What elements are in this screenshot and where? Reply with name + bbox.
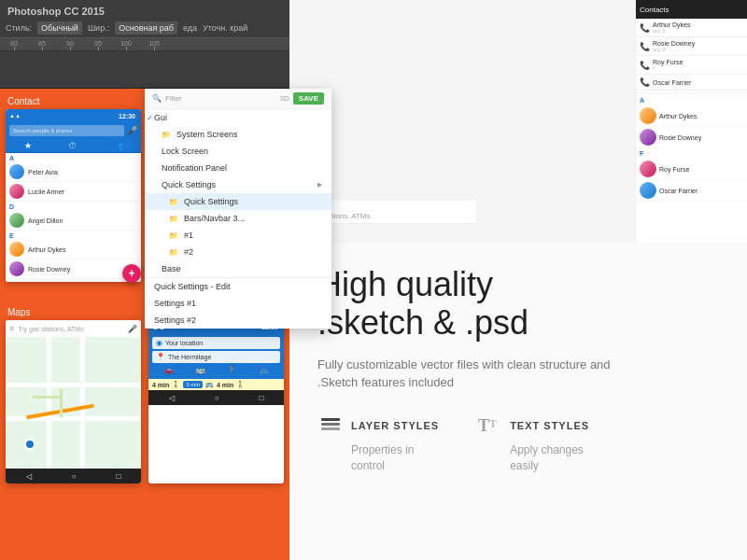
ruler-mark-90: 90 <box>56 38 84 50</box>
save-button[interactable]: SAVE <box>293 92 324 105</box>
route-time-bar: 4 min 🚶 3 min 🚌 4 min 🚶 <box>148 379 284 390</box>
folder-icon-5: 📁 <box>169 248 178 257</box>
contact-item-1[interactable]: Peter Avia <box>6 162 141 182</box>
contacts-right-info-1: Arthur Dykes <box>659 113 697 119</box>
ruler-mark-85: 85 <box>28 38 56 50</box>
contacts-right-item-3[interactable]: Roy Furse <box>636 159 747 180</box>
ruler-mark-95: 95 <box>84 38 112 50</box>
dropdown-quick-settings-label: Quick Settings <box>184 197 238 206</box>
route-header: ◉ Your location 📍 The Hermitage 🚗 🚌 🚶 🚲 <box>148 333 284 379</box>
dropdown-item-quick-settings[interactable]: 📁 Quick Settings <box>145 193 331 210</box>
layer-styles-desc: Properties in control <box>317 442 439 474</box>
dropdown-filter-bar: 🔍 Filter 3D SAVE <box>145 89 331 109</box>
clock-icon[interactable]: ⏱ <box>68 141 77 150</box>
toolbar-extra2: Уточн. край <box>203 23 247 33</box>
call-name-4: Oscar Farrier <box>653 79 691 86</box>
dropdown-bars-navbar-label: Bars/Navbar 3... <box>184 214 245 223</box>
contacts-right-item-4[interactable]: Oscar Farrier <box>636 180 747 202</box>
dropdown-item-lock-screen[interactable]: Lock Screen <box>145 143 331 160</box>
contact-status-bar: ▲▲ 12:30 <box>6 109 141 122</box>
fab-button[interactable]: + <box>122 264 141 282</box>
dropdown-item-quick-settings-edit[interactable]: Quick Settings - Edit <box>145 278 331 295</box>
maps-back-button[interactable]: ◁ <box>26 472 32 481</box>
call-info-3: Roy Furse F <box>653 59 683 71</box>
dropdown-item-system-screens[interactable]: 📁 System Screens <box>145 126 331 143</box>
wifi-icon: ▲▲ <box>9 113 21 119</box>
contact-section-d: D <box>6 202 141 211</box>
route-walk1-icon: 🚶 <box>172 381 180 388</box>
contacts-right-avatar-4 <box>640 182 656 199</box>
dropdown-menu: 🔍 Filter 3D SAVE Gui 📁 System Screens Lo… <box>145 89 331 329</box>
marketing-headline-line1: High quality <box>317 265 719 303</box>
contact-name-1: Peter Avia <box>28 169 137 175</box>
text-styles-icon: T T <box>476 413 502 439</box>
transit-icon[interactable]: 🚌 <box>195 365 205 374</box>
dropdown-item-hash1[interactable]: 📁 #1 <box>145 227 331 244</box>
dropdown-item-settings1[interactable]: Settings #1 <box>145 295 331 312</box>
contact-name-2: Lucile Armer <box>28 189 137 195</box>
map-road-h1 <box>6 383 141 387</box>
bike-icon[interactable]: 🚲 <box>259 365 269 374</box>
location-icon: ◉ <box>156 339 162 347</box>
dropdown-base-label: Base <box>162 264 181 273</box>
contact-name-4: Arthur Dykes <box>28 246 137 253</box>
contacts-right-info-4: Oscar Farrier <box>659 188 698 194</box>
maps-mic-icon[interactable]: 🎤 <box>128 325 137 333</box>
route-recent-button[interactable]: □ <box>260 394 264 402</box>
dropdown-settings2-label: Settings #2 <box>154 315 196 325</box>
contacts-right-item-2[interactable]: Rosie Downey <box>636 127 747 148</box>
map-detail-1 <box>60 389 63 417</box>
dropdown-item-gui[interactable]: Gui <box>145 109 331 126</box>
contact-item-2[interactable]: Lucile Armer <box>6 182 141 202</box>
contact-item-3[interactable]: Angel Dillon <box>6 211 141 231</box>
style-select[interactable]: Обычный <box>37 21 82 35</box>
contact-search-placeholder: Search people & places <box>13 128 72 133</box>
dropdown-item-settings2[interactable]: Settings #2 <box>145 312 331 329</box>
contacts-right-item-1[interactable]: Arthur Dykes <box>636 105 747 127</box>
contact-item-5[interactable]: Rosie Downey <box>6 259 141 279</box>
contact-status-time: 12:30 <box>119 113 137 119</box>
route-options: 🚗 🚌 🚶 🚲 <box>152 363 280 376</box>
people-icon[interactable]: 👥 <box>113 141 123 150</box>
marketing-headline-line2: .sketch & .psd <box>317 303 719 342</box>
filter-icon: 🔍 <box>152 94 162 103</box>
contact-name-5: Rosie Downey <box>28 266 137 273</box>
contact-avatar-4 <box>9 242 24 257</box>
filter-count: 3D <box>280 94 289 103</box>
route-home-button[interactable]: ○ <box>215 394 219 402</box>
call-item-4: 📞 Oscar Farrier <box>636 75 747 91</box>
contact-list: A Peter Avia Lucile Armer D Angel Dillon <box>6 153 141 282</box>
call-item-2: 📞 Rosie Downey ary 3 <box>636 37 747 56</box>
dropdown-hash2-label: #2 <box>184 247 193 257</box>
layers-svg <box>317 413 344 439</box>
contact-item-4[interactable]: Arthur Dykes <box>6 240 141 259</box>
route-from-input[interactable]: ◉ Your location <box>152 337 280 349</box>
svg-rect-2 <box>321 418 340 421</box>
contact-search-input[interactable]: Search people & places <box>9 125 124 136</box>
contact-avatar-3 <box>9 213 24 228</box>
contacts-right-name-2: Rosie Downey <box>659 134 701 141</box>
options-select[interactable]: Основная раб <box>115 21 177 35</box>
contact-name-3: Angel Dillon <box>28 217 137 224</box>
dropdown-item-hash2[interactable]: 📁 #2 <box>145 244 331 260</box>
text-styles-title: TEXT STYLES <box>510 420 589 431</box>
dropdown-item-notification-panel[interactable]: Notification Panel <box>145 160 331 176</box>
contacts-right-avatar-1 <box>640 107 656 124</box>
maps-home-button[interactable]: ○ <box>72 472 77 481</box>
contact-nav-bar: ★ ⏱ 👥 <box>6 139 141 153</box>
car-icon[interactable]: 🚗 <box>163 365 174 374</box>
star-icon[interactable]: ★ <box>24 141 32 150</box>
dropdown-item-base[interactable]: Base <box>145 260 331 277</box>
route-back-button[interactable]: ◁ <box>169 394 175 402</box>
call-info-4: Oscar Farrier <box>653 79 691 86</box>
destination-icon: 📍 <box>156 353 165 361</box>
dropdown-item-quick-settings-expand[interactable]: Quick Settings ▶ <box>145 176 331 193</box>
walk-icon[interactable]: 🚶 <box>227 365 237 374</box>
maps-menu-icon[interactable]: ≡ <box>9 324 14 333</box>
dropdown-item-bars-navbar[interactable]: 📁 Bars/Navbar 3... <box>145 210 331 227</box>
route-to-input[interactable]: 📍 The Hermitage <box>152 351 280 363</box>
map-road-v1 <box>47 337 51 469</box>
call-name-2: Rosie Downey <box>653 40 695 47</box>
maps-recent-button[interactable]: □ <box>117 472 121 481</box>
call-icon-3: 📞 <box>640 61 650 70</box>
